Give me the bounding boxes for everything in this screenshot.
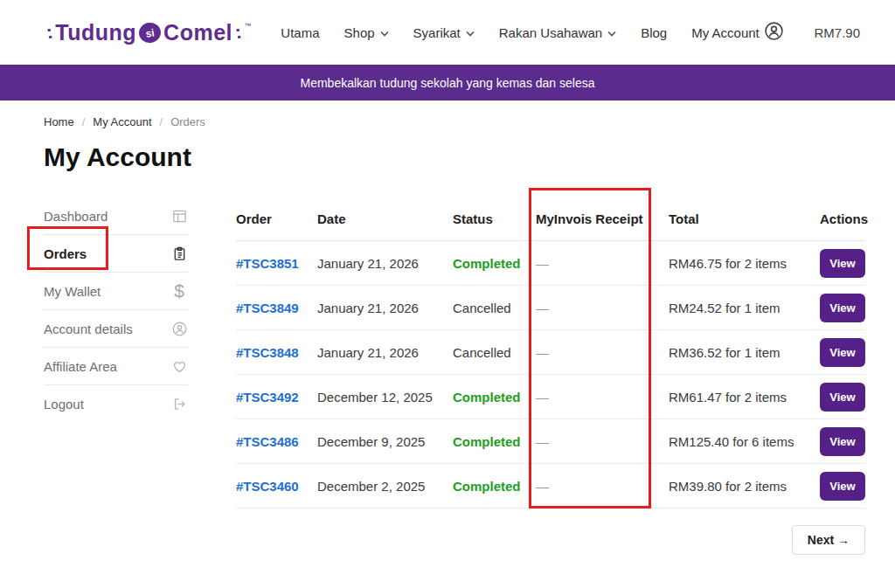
main-content: Home / My Account / Orders My Account Da… xyxy=(0,100,895,555)
chevron-down-icon xyxy=(380,31,389,37)
table-row: #TSC3851 January 21, 2026 Completed — RM… xyxy=(236,241,865,286)
table-row: #TSC3849 January 21, 2026 Cancelled — RM… xyxy=(236,286,865,330)
order-total: RM39.80 for 2 items xyxy=(669,479,820,494)
logo-mark-right: : xyxy=(233,21,244,45)
logout-icon xyxy=(170,396,188,413)
order-number-link[interactable]: #TSC3848 xyxy=(236,345,317,360)
nav-item-my-account[interactable]: My Account xyxy=(691,25,760,40)
order-receipt: — xyxy=(536,434,669,449)
dollar-icon: $ xyxy=(170,282,188,300)
table-row: #TSC3486 December 9, 2025 Completed — RM… xyxy=(236,419,865,464)
announcement-banner: Membekalkan tudung sekolah yang kemas da… xyxy=(0,65,895,100)
col-header-status: Status xyxy=(453,211,536,226)
col-header-actions: Actions xyxy=(820,211,865,226)
breadcrumb-my-account[interactable]: My Account xyxy=(93,115,151,128)
order-date: December 12, 2025 xyxy=(317,390,453,405)
view-order-button[interactable]: View xyxy=(820,383,865,412)
order-total: RM24.52 for 1 item xyxy=(669,301,820,315)
nav-item-blog[interactable]: Blog xyxy=(641,25,667,40)
breadcrumb-orders: Orders xyxy=(170,115,205,128)
header-right: RM7.90 xyxy=(764,21,860,45)
order-date: January 21, 2026 xyxy=(317,256,453,271)
table-row: #TSC3848 January 21, 2026 Cancelled — RM… xyxy=(236,330,865,375)
site-header: : Tudung si Comel : ™ Utama Shop Syarika… xyxy=(0,0,895,65)
main-nav: Utama Shop Syarikat Rakan Usahawan Blog … xyxy=(281,25,759,40)
table-row: #TSC3492 December 12, 2025 Completed — R… xyxy=(236,375,865,419)
sidebar-item-affiliate-area[interactable]: Affiliate Area xyxy=(44,348,188,385)
order-receipt: — xyxy=(536,479,669,494)
dashboard-icon xyxy=(170,207,188,225)
logo-si-badge: si xyxy=(138,21,163,44)
banner-text: Membekalkan tudung sekolah yang kemas da… xyxy=(301,76,595,90)
view-order-button[interactable]: View xyxy=(820,427,865,456)
breadcrumb-separator: / xyxy=(160,115,163,128)
order-number-link[interactable]: #TSC3851 xyxy=(236,256,317,271)
breadcrumb-home[interactable]: Home xyxy=(44,115,74,128)
col-header-myinvois-receipt: MyInvois Receipt xyxy=(536,211,669,226)
breadcrumb: Home / My Account / Orders xyxy=(44,115,863,128)
logo-word-tudung: Tudung xyxy=(55,20,136,45)
col-header-date: Date xyxy=(317,211,453,226)
view-order-button[interactable]: View xyxy=(820,472,865,501)
order-number-link[interactable]: #TSC3849 xyxy=(236,301,317,315)
clipboard-icon xyxy=(170,245,188,262)
view-order-button[interactable]: View xyxy=(820,338,865,367)
orders-table: Order Date Status MyInvois Receipt Total… xyxy=(236,197,865,555)
order-receipt: — xyxy=(536,390,669,405)
account-sidebar: Dashboard Orders My Wallet $ Account det… xyxy=(44,197,188,555)
trademark-symbol: ™ xyxy=(244,22,251,30)
order-status: Completed xyxy=(453,390,536,405)
site-logo[interactable]: : Tudung si Comel : ™ xyxy=(44,20,251,45)
view-order-button[interactable]: View xyxy=(820,249,865,278)
order-number-link[interactable]: #TSC3492 xyxy=(236,390,317,405)
order-date: January 21, 2026 xyxy=(317,301,453,315)
order-status: Completed xyxy=(453,434,536,449)
col-header-total: Total xyxy=(669,211,820,226)
nav-item-syarikat[interactable]: Syarikat xyxy=(413,25,475,40)
order-number-link[interactable]: #TSC3486 xyxy=(236,434,317,449)
nav-item-rakan-usahawan[interactable]: Rakan Usahawan xyxy=(499,25,616,40)
order-date: January 21, 2026 xyxy=(317,345,453,360)
sidebar-item-orders[interactable]: Orders xyxy=(44,235,188,273)
order-total: RM36.52 for 1 item xyxy=(669,345,820,360)
table-row: #TSC3460 December 2, 2025 Completed — RM… xyxy=(236,464,865,508)
order-receipt: — xyxy=(536,301,669,315)
col-header-order: Order xyxy=(236,211,317,226)
sidebar-item-account-details[interactable]: Account details xyxy=(44,310,188,348)
pagination: Next → xyxy=(236,525,865,555)
order-receipt: — xyxy=(536,256,669,271)
order-date: December 9, 2025 xyxy=(317,434,453,449)
chevron-down-icon xyxy=(466,31,475,37)
user-circle-icon[interactable] xyxy=(764,21,784,45)
order-total: RM46.75 for 2 items xyxy=(669,256,820,271)
page-title: My Account xyxy=(44,142,863,172)
nav-item-shop[interactable]: Shop xyxy=(344,25,389,40)
order-receipt: — xyxy=(536,345,669,360)
logo-mark-left: : xyxy=(45,21,55,45)
nav-item-utama[interactable]: Utama xyxy=(281,25,319,40)
order-total: RM61.47 for 2 items xyxy=(669,390,820,405)
order-total: RM125.40 for 6 items xyxy=(669,434,820,449)
order-status: Cancelled xyxy=(453,301,536,315)
order-status: Cancelled xyxy=(453,345,536,360)
order-number-link[interactable]: #TSC3460 xyxy=(236,479,317,494)
next-page-button[interactable]: Next → xyxy=(792,525,865,555)
order-status: Completed xyxy=(453,479,536,494)
chevron-down-icon xyxy=(607,31,616,37)
breadcrumb-separator: / xyxy=(82,115,86,128)
order-status: Completed xyxy=(453,256,536,271)
user-icon xyxy=(170,320,188,337)
view-order-button[interactable]: View xyxy=(820,294,865,322)
logo-word-comel: Comel xyxy=(163,20,232,45)
sidebar-item-logout[interactable]: Logout xyxy=(44,385,188,423)
sidebar-item-my-wallet[interactable]: My Wallet $ xyxy=(44,273,188,310)
cart-total[interactable]: RM7.90 xyxy=(814,25,860,40)
heart-icon xyxy=(170,357,188,375)
sidebar-item-dashboard[interactable]: Dashboard xyxy=(44,197,188,235)
order-date: December 2, 2025 xyxy=(317,479,453,494)
orders-table-header: Order Date Status MyInvois Receipt Total… xyxy=(236,197,865,241)
